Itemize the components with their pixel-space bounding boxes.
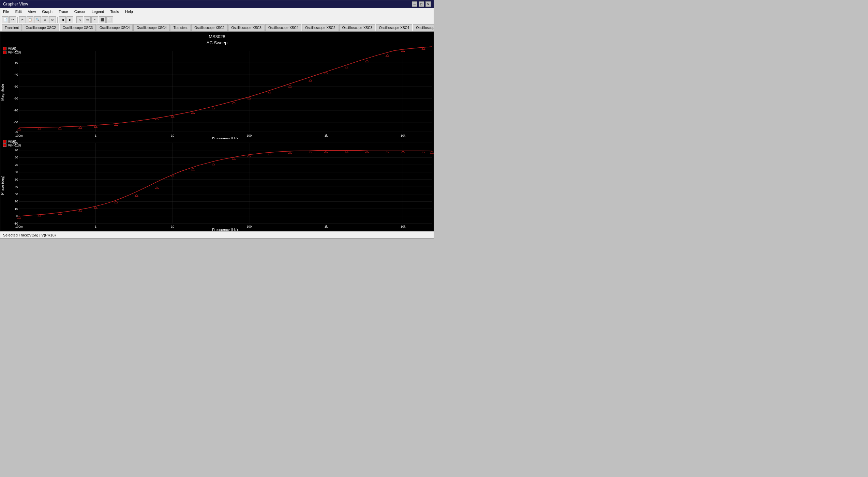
svg-text:Magnitude: Magnitude (0, 84, 4, 101)
phase-marker-10 (191, 168, 195, 170)
tab-osc-xsc3-3[interactable]: Oscillloscope-XSC3 (339, 24, 375, 31)
maximize-button[interactable]: □ (419, 1, 424, 7)
status-bar: Selected Trace:V(56) | V(PR18) (0, 231, 434, 238)
svg-text:-30: -30 (14, 61, 18, 65)
tab-osc-xsc4-1[interactable]: Oscillloscope-XSC4 (96, 24, 133, 31)
phase-marker-14 (268, 153, 271, 155)
svg-text:-80: -80 (14, 121, 18, 124)
bottom-legend-vpr18-checkbox[interactable] (3, 143, 6, 147)
svg-text:10k: 10k (401, 225, 406, 228)
svg-text:Frequency (Hz): Frequency (Hz) (212, 228, 238, 231)
chart-title-line2: AC Sweep (0, 40, 434, 46)
tab-osc-xsc2-4[interactable]: Oscillloscope-XSC2 (413, 24, 434, 31)
menu-graph[interactable]: Graph (41, 9, 54, 14)
svg-text:40: 40 (15, 185, 18, 188)
close-button[interactable]: ✕ (425, 1, 431, 7)
toolbar-btn-12[interactable]: ~ (91, 16, 98, 23)
toolbar-btn-7[interactable]: ⊖ (49, 16, 56, 23)
toolbar-btn-14[interactable]: ⬜ (106, 16, 113, 23)
tab-transient-2[interactable]: Transient (170, 24, 191, 31)
top-legend-vpr18-label: V(PR18) (8, 50, 21, 54)
menu-edit[interactable]: Edit (14, 9, 23, 14)
svg-text:70: 70 (15, 163, 18, 167)
toolbar-btn-13[interactable]: ⬛ (99, 16, 106, 23)
svg-text:10: 10 (171, 225, 174, 228)
phase-marker-23 (430, 151, 434, 153)
svg-text:-90: -90 (14, 130, 18, 134)
phase-chart-svg: Phase (deg) (0, 139, 434, 231)
tab-osc-xsc2-2[interactable]: Oscillloscope-XSC2 (191, 24, 227, 31)
top-legend-vpr18-checkbox[interactable] (3, 51, 6, 54)
title-bar: Grapher View ─ □ ✕ (0, 0, 434, 8)
tab-osc-xsc2-3[interactable]: Oscillloscope-XSC2 (302, 24, 338, 31)
chart-area: MS3028 AC Sweep V(56) V(PR18) (0, 32, 434, 231)
svg-text:1k: 1k (325, 225, 328, 228)
svg-text:10: 10 (15, 207, 18, 211)
svg-text:100m: 100m (15, 134, 23, 138)
phase-marker-16 (309, 151, 312, 153)
magnitude-marker-19 (365, 60, 369, 62)
top-legend-v56: V(56) (3, 47, 21, 50)
toolbar-sep-1 (17, 17, 18, 23)
bottom-legend-vpr18-label: V(PR18) (8, 143, 21, 147)
bottom-legend-vpr18: V(PR18) (3, 143, 21, 147)
tab-osc-xsc3-2[interactable]: Oscillloscope-XSC3 (228, 24, 265, 31)
phase-panel: V(56) V(PR18) Phase (deg) (0, 139, 434, 231)
toolbar-btn-11[interactable]: ⟩A (84, 16, 91, 23)
toolbar-btn-5[interactable]: 🔍 (34, 16, 41, 23)
menu-tools[interactable]: Tools (109, 9, 120, 14)
tab-transient-1[interactable]: Transient (2, 24, 22, 31)
phase-marker-6 (114, 201, 118, 203)
menu-cursor[interactable]: Cursor (73, 9, 87, 14)
tab-osc-xsc4-4[interactable]: Oscillloscope-XSC4 (376, 24, 412, 31)
svg-text:Frequency (Hz): Frequency (Hz) (212, 137, 238, 139)
toolbar-btn-6[interactable]: ⊕ (42, 16, 48, 23)
phase-trace-line (19, 150, 432, 216)
toolbar-sep-2 (57, 17, 58, 23)
menu-file[interactable]: File (2, 9, 11, 14)
menu-trace[interactable]: Trace (57, 9, 70, 14)
svg-text:50: 50 (15, 178, 18, 181)
tab-osc-xsc4-3[interactable]: Oscillloscope-XSC4 (265, 24, 301, 31)
svg-text:80: 80 (15, 156, 18, 159)
magnitude-marker-11 (212, 107, 215, 109)
svg-text:100: 100 (246, 225, 252, 228)
phase-marker-15 (288, 151, 292, 154)
menu-legend[interactable]: Legend (90, 9, 106, 14)
svg-text:-60: -60 (14, 97, 18, 100)
svg-text:30: 30 (15, 193, 18, 196)
top-legend-v56-checkbox[interactable] (3, 47, 6, 50)
tab-osc-xsc4-2[interactable]: Oscillloscope-XSC4 (133, 24, 169, 31)
svg-text:100m: 100m (15, 225, 23, 228)
toolbar-btn-3[interactable]: ✂ (19, 16, 26, 23)
svg-text:-10: -10 (14, 222, 18, 225)
phase-marker-18 (345, 150, 348, 153)
menu-view[interactable]: View (27, 9, 38, 14)
toolbar-btn-2[interactable]: ↩ (9, 16, 16, 23)
bottom-legend-v56: V(56) (3, 140, 21, 143)
toolbar-btn-4[interactable]: 📋 (27, 16, 33, 23)
svg-text:-70: -70 (14, 109, 18, 112)
chart-title-line1: MS3028 (0, 34, 434, 40)
tab-osc-xsc3-1[interactable]: Oscillloscope-XSC3 (60, 24, 96, 31)
menu-help[interactable]: Help (124, 9, 134, 14)
top-legend: V(56) V(PR18) (0, 46, 24, 55)
phase-marker-7 (135, 194, 138, 197)
bottom-legend-v56-checkbox[interactable] (3, 140, 6, 143)
magnitude-marker-18 (345, 66, 348, 68)
tab-osc-xsc2-1[interactable]: Oscillloscope-XSC2 (23, 24, 59, 31)
svg-text:10k: 10k (401, 134, 406, 138)
minimize-button[interactable]: ─ (412, 1, 417, 7)
toolbar-btn-9[interactable]: ▶ (66, 16, 73, 23)
bottom-legend: V(56) V(PR18) (0, 139, 24, 148)
top-legend-v56-label: V(56) (8, 47, 16, 50)
toolbar-btn-10[interactable]: A (76, 16, 83, 23)
toolbar-btn-8[interactable]: ◀ (59, 16, 66, 23)
toolbar-btn-1[interactable]: 📄 (2, 16, 9, 23)
app-title: Grapher View (3, 2, 28, 6)
svg-text:Phase (deg): Phase (deg) (0, 175, 4, 195)
magnitude-marker-12 (232, 102, 236, 104)
svg-text:-40: -40 (14, 73, 18, 77)
svg-text:20: 20 (15, 200, 18, 203)
app-window: Grapher View ─ □ ✕ File Edit View Graph … (0, 0, 434, 238)
